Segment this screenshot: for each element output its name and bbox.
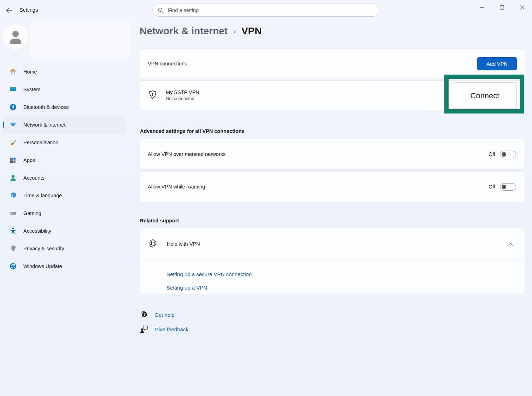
- breadcrumb-separator: ›: [233, 27, 236, 35]
- sidebar-nav: Home System Bluetooth: [0, 63, 134, 275]
- sidebar-item-gaming[interactable]: Gaming: [2, 204, 126, 222]
- connect-button[interactable]: Connect: [453, 82, 517, 109]
- sidebar-item-label: Accessibility: [23, 228, 51, 234]
- sidebar-item-label: Home: [23, 69, 37, 75]
- sidebar-item-label: System: [23, 87, 40, 92]
- sidebar-item-privacy-security[interactable]: Privacy & security: [2, 240, 126, 257]
- back-arrow-icon: [6, 8, 12, 13]
- svg-text:?: ?: [144, 312, 146, 316]
- minimize-icon: [480, 5, 484, 10]
- help-with-vpn-label: Help with VPN: [167, 241, 200, 247]
- minimize-button[interactable]: [472, 0, 492, 15]
- sidebar-item-label: Privacy & security: [23, 246, 64, 251]
- shield-icon: [9, 245, 17, 252]
- vpn-connections-label: VPN connections: [148, 61, 187, 66]
- roaming-toggle-state: Off: [489, 184, 495, 190]
- search-box[interactable]: [152, 4, 380, 17]
- toggle-knob: [502, 152, 506, 157]
- home-icon: [9, 68, 17, 76]
- windows-update-icon: [9, 262, 17, 270]
- metered-toggle-state: Off: [489, 151, 495, 157]
- close-icon: [520, 5, 524, 10]
- accessibility-icon: [9, 227, 17, 235]
- search-icon: [158, 7, 164, 13]
- sidebar-item-accessibility[interactable]: Accessibility: [2, 222, 126, 240]
- roaming-card: Allow VPN while roaming Off: [140, 171, 525, 202]
- sidebar-item-windows-update[interactable]: Windows Update: [2, 257, 126, 275]
- get-help-icon: ?: [140, 310, 148, 319]
- window-title: Settings: [19, 7, 38, 13]
- search-input[interactable]: [167, 7, 352, 13]
- sidebar-item-label: Apps: [23, 157, 35, 163]
- sidebar-item-bluetooth-devices[interactable]: Bluetooth & devices: [2, 98, 126, 116]
- maximize-button[interactable]: [492, 0, 512, 15]
- toggle-knob: [502, 185, 506, 189]
- web-help-icon: [148, 239, 158, 250]
- related-support-header: Related support: [140, 218, 179, 223]
- system-icon: [9, 86, 17, 93]
- sidebar-item-home[interactable]: Home: [2, 63, 126, 81]
- chevron-up-icon[interactable]: [508, 241, 513, 248]
- network-wifi-icon: [9, 121, 17, 129]
- divider: [140, 260, 525, 260]
- sidebar-item-apps[interactable]: Apps: [2, 151, 126, 169]
- paintbrush-icon: [9, 139, 17, 146]
- vpn-shield-icon: [148, 90, 157, 101]
- sidebar-item-network-internet[interactable]: Network & internet: [2, 116, 126, 134]
- window-controls: [472, 0, 532, 15]
- apps-icon: [9, 156, 17, 164]
- help-with-vpn-row[interactable]: Help with VPN: [140, 228, 525, 260]
- accounts-icon: [9, 174, 17, 182]
- help-card: Help with VPN Setting up a secure VPN co…: [140, 228, 525, 294]
- account-placeholder: [30, 21, 130, 59]
- sidebar-item-label: Time & language: [23, 193, 62, 198]
- roaming-toggle[interactable]: [500, 183, 516, 191]
- give-feedback-icon: [140, 325, 148, 333]
- metered-networks-toggle[interactable]: [500, 151, 516, 158]
- back-button[interactable]: [4, 5, 15, 16]
- vpn-name: My SSTP VPN: [166, 89, 199, 95]
- page-title: VPN: [241, 25, 262, 37]
- add-vpn-button[interactable]: Add VPN: [477, 57, 517, 70]
- advanced-settings-header: Advanced settings for all VPN connection…: [140, 128, 245, 134]
- avatar[interactable]: [3, 24, 28, 50]
- vpn-status: Not connected: [166, 96, 199, 101]
- settings-window: Settings: [0, 0, 532, 396]
- sidebar: Home System Bluetooth: [0, 21, 134, 396]
- gaming-icon: [9, 209, 17, 217]
- roaming-label: Allow VPN while roaming: [148, 184, 205, 190]
- sidebar-item-label: Network & internet: [23, 122, 65, 128]
- time-language-icon: [9, 192, 17, 199]
- maximize-icon: [500, 5, 504, 10]
- get-help-row[interactable]: ? Get help: [140, 310, 175, 319]
- close-button[interactable]: [512, 0, 532, 15]
- give-feedback-label[interactable]: Give feedback: [154, 326, 188, 332]
- sidebar-item-label: Bluetooth & devices: [23, 104, 69, 110]
- link-setting-up-vpn[interactable]: Setting up a VPN: [166, 285, 252, 291]
- sidebar-item-label: Accounts: [23, 175, 45, 181]
- sidebar-item-time-language[interactable]: Time & language: [2, 187, 126, 204]
- metered-networks-label: Allow VPN over metered networks: [148, 151, 226, 157]
- sidebar-item-label: Personalisation: [23, 140, 58, 145]
- sidebar-item-personalisation[interactable]: Personalisation: [2, 134, 126, 151]
- breadcrumb: Network & internet › VPN: [140, 25, 262, 37]
- sidebar-item-system[interactable]: System: [2, 81, 126, 98]
- bluetooth-icon: [9, 103, 17, 111]
- sidebar-item-accounts[interactable]: Accounts: [2, 169, 126, 187]
- give-feedback-row[interactable]: Give feedback: [140, 325, 188, 333]
- breadcrumb-parent[interactable]: Network & internet: [140, 25, 228, 37]
- user-icon: [8, 29, 23, 45]
- sidebar-item-label: Gaming: [23, 210, 41, 216]
- sidebar-item-label: Windows Update: [23, 263, 62, 269]
- help-links: Setting up a secure VPN connection Setti…: [166, 264, 252, 291]
- link-setting-up-secure-vpn[interactable]: Setting up a secure VPN connection: [166, 271, 252, 277]
- titlebar: Settings: [0, 0, 532, 21]
- metered-networks-card: Allow VPN over metered networks Off: [140, 139, 525, 170]
- get-help-label[interactable]: Get help: [154, 312, 175, 318]
